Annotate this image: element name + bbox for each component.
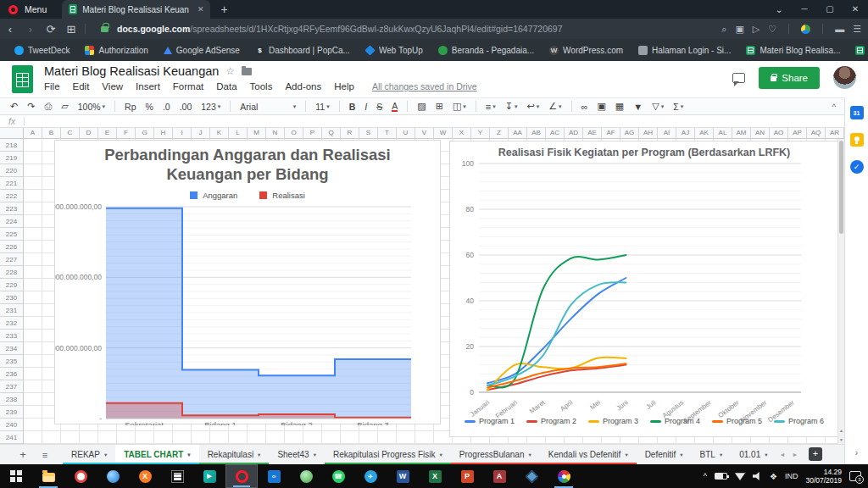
access[interactable]: A — [483, 464, 515, 488]
redo-icon[interactable]: ↷ — [27, 101, 35, 112]
column-header[interactable]: V — [415, 128, 434, 139]
sheet-tab-01-01[interactable]: 01.01▾ — [731, 445, 776, 465]
row-header[interactable]: 224 — [0, 215, 24, 228]
paint-app[interactable] — [548, 464, 580, 488]
column-header[interactable]: P — [303, 128, 322, 139]
column-header[interactable]: T — [378, 128, 397, 139]
volume-icon[interactable] — [753, 472, 762, 480]
column-header[interactable]: R — [341, 128, 359, 139]
column-header[interactable]: I — [173, 128, 192, 139]
column-header[interactable]: S — [359, 128, 378, 139]
bookmark-heart-icon[interactable]: ♡ — [768, 24, 776, 35]
sheet-tab-progressbulanan[interactable]: ProgressBulanan▾ — [451, 445, 540, 465]
text-color-button[interactable]: A — [392, 102, 398, 112]
vertical-align-icon[interactable]: ↧▾ — [505, 101, 518, 112]
hide-panel-icon[interactable]: › — [845, 448, 868, 458]
vertical-scrollbar[interactable]: ▲ ▼ — [837, 139, 844, 444]
row-header[interactable]: 219 — [0, 152, 24, 164]
column-header[interactable]: O — [285, 128, 303, 139]
select-all-corner[interactable] — [0, 128, 24, 139]
row-header[interactable]: 229 — [0, 279, 24, 291]
paint-format-icon[interactable]: ▱ — [61, 101, 68, 112]
search-icon[interactable]: ⌕ — [721, 24, 726, 35]
battery-icon[interactable] — [715, 473, 727, 480]
avatar[interactable] — [833, 66, 856, 89]
row-header[interactable]: 238 — [0, 393, 24, 406]
bookmark-item[interactable]: Materi Blog Realisa... — [740, 42, 846, 58]
opera-menu-button[interactable]: Menu — [25, 4, 47, 14]
telegram[interactable]: ✈ — [354, 464, 387, 488]
filter-views-icon[interactable]: ▽▾ — [652, 101, 664, 112]
menu-view[interactable]: View — [102, 81, 123, 92]
column-header[interactable]: J — [192, 128, 210, 139]
excel[interactable]: X — [419, 464, 451, 488]
vscode[interactable]: ‹› — [258, 464, 290, 488]
strikethrough-button[interactable]: S — [376, 102, 382, 112]
insert-link-icon[interactable]: ∞ — [581, 102, 588, 112]
all-sheets-icon[interactable]: ≡ — [34, 450, 56, 460]
forward-icon[interactable]: › — [20, 23, 41, 36]
column-header[interactable]: G — [136, 128, 154, 139]
dropbox-icon[interactable]: ❖ — [770, 472, 777, 481]
column-header[interactable]: AP — [788, 128, 807, 139]
increase-decimals-button[interactable]: .00 — [180, 102, 192, 112]
clock[interactable]: 14.29 30/07/2019 — [805, 468, 842, 485]
insert-comment-icon[interactable]: ▣ — [597, 101, 605, 112]
bookmark-item[interactable]: Laporan Real Time... — [849, 42, 868, 58]
borders-icon[interactable]: ⊞ — [436, 101, 443, 112]
row-header[interactable]: 240 — [0, 419, 24, 431]
sheet-tab-kendali-vs-defenitif[interactable]: Kendali vs Defenitif▾ — [540, 445, 637, 465]
text-rotation-icon[interactable]: ∠▾ — [548, 101, 561, 112]
bookmark-item[interactable]: Google AdSense — [158, 42, 246, 58]
chart-realisasi-fisik[interactable]: Realisasi Fisik Kegiatan per Program (Be… — [449, 141, 839, 437]
row-header[interactable]: 235 — [0, 355, 24, 368]
row-header[interactable]: 234 — [0, 342, 24, 355]
undo-icon[interactable]: ↶ — [10, 101, 18, 112]
row-header[interactable]: 241 — [0, 431, 24, 444]
powerpoint[interactable]: P — [451, 464, 483, 488]
column-header[interactable]: AC — [546, 128, 565, 139]
formula-input[interactable] — [25, 115, 844, 127]
bookmark-item[interactable]: $Dashboard | PopCa... — [249, 42, 356, 58]
red-ring-app[interactable] — [64, 464, 97, 488]
show-hidden-icons[interactable]: ^ — [704, 472, 707, 480]
menu-add-ons[interactable]: Add-ons — [285, 81, 321, 92]
comments-icon[interactable] — [732, 73, 745, 83]
menu-data[interactable]: Data — [216, 81, 236, 92]
row-header[interactable]: 227 — [0, 253, 24, 266]
green-circle-app[interactable] — [290, 464, 322, 488]
word[interactable]: W — [387, 464, 419, 488]
row-header[interactable]: 236 — [0, 368, 24, 380]
column-header[interactable]: X — [453, 128, 471, 139]
column-header[interactable]: AJ — [676, 128, 695, 139]
column-header[interactable]: Q — [322, 128, 341, 139]
tasks-icon[interactable]: ✓ — [850, 160, 864, 174]
column-header[interactable]: M — [248, 128, 266, 139]
row-header[interactable]: 230 — [0, 291, 24, 304]
maximize-button[interactable]: ▢ — [817, 0, 843, 19]
column-header[interactable]: AO — [770, 128, 788, 139]
easy-setup-icon[interactable]: ☰ — [853, 24, 861, 35]
column-header[interactable]: AF — [602, 128, 620, 139]
column-header[interactable]: N — [266, 128, 285, 139]
fill-color-icon[interactable]: ▨ — [417, 101, 426, 112]
row-header[interactable]: 225 — [0, 228, 24, 241]
row-header[interactable]: 222 — [0, 190, 24, 202]
language-indicator[interactable]: IND — [785, 472, 798, 480]
menu-help[interactable]: Help — [334, 81, 354, 92]
row-header[interactable]: 233 — [0, 330, 24, 342]
column-header[interactable]: K — [210, 128, 229, 139]
column-header[interactable]: AI — [658, 128, 676, 139]
document-title[interactable]: Materi Blog Realisasi Keuangan — [44, 64, 219, 78]
menu-insert[interactable]: Insert — [136, 81, 160, 92]
currency-format-button[interactable]: Rp — [125, 102, 136, 112]
row-header[interactable]: 231 — [0, 304, 24, 317]
row-header[interactable]: 239 — [0, 406, 24, 419]
merge-cells-icon[interactable]: ◫▾ — [453, 101, 466, 112]
column-header[interactable]: AG — [620, 128, 639, 139]
menu-file[interactable]: File — [44, 81, 60, 92]
column-header[interactable]: L — [229, 128, 248, 139]
whatsapp[interactable]: ☎ — [322, 464, 354, 488]
snapshot-icon[interactable]: ▣ — [735, 24, 743, 35]
save-status[interactable]: All changes saved in Drive — [372, 81, 477, 92]
